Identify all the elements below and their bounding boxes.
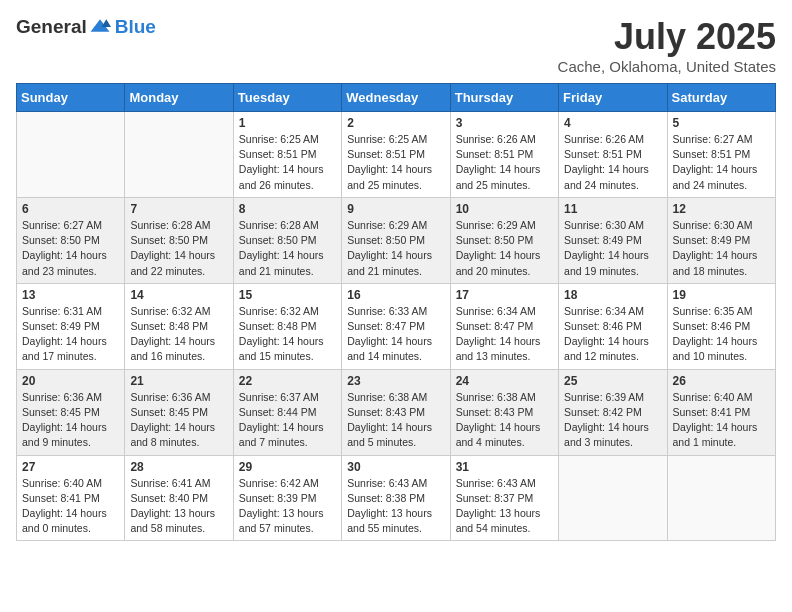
- calendar-cell: 13Sunrise: 6:31 AMSunset: 8:49 PMDayligh…: [17, 283, 125, 369]
- sunset-text: Sunset: 8:50 PM: [456, 234, 534, 246]
- title-block: July 2025 Cache, Oklahoma, United States: [558, 16, 776, 75]
- sunset-text: Sunset: 8:50 PM: [22, 234, 100, 246]
- calendar-cell: 11Sunrise: 6:30 AMSunset: 8:49 PMDayligh…: [559, 197, 667, 283]
- day-header-sunday: Sunday: [17, 84, 125, 112]
- sunset-text: Sunset: 8:47 PM: [347, 320, 425, 332]
- day-info: Sunrise: 6:41 AMSunset: 8:40 PMDaylight:…: [130, 476, 227, 537]
- day-header-saturday: Saturday: [667, 84, 775, 112]
- day-info: Sunrise: 6:34 AMSunset: 8:46 PMDaylight:…: [564, 304, 661, 365]
- calendar-cell: 24Sunrise: 6:38 AMSunset: 8:43 PMDayligh…: [450, 369, 558, 455]
- sunrise-text: Sunrise: 6:26 AM: [564, 133, 644, 145]
- day-info: Sunrise: 6:37 AMSunset: 8:44 PMDaylight:…: [239, 390, 336, 451]
- calendar-cell: 30Sunrise: 6:43 AMSunset: 8:38 PMDayligh…: [342, 455, 450, 541]
- daylight-text: Daylight: 14 hours and 23 minutes.: [22, 249, 107, 276]
- daylight-text: Daylight: 14 hours and 14 minutes.: [347, 335, 432, 362]
- day-number: 27: [22, 460, 119, 474]
- calendar-cell: 26Sunrise: 6:40 AMSunset: 8:41 PMDayligh…: [667, 369, 775, 455]
- day-number: 24: [456, 374, 553, 388]
- day-number: 10: [456, 202, 553, 216]
- sunset-text: Sunset: 8:47 PM: [456, 320, 534, 332]
- calendar-cell: 4Sunrise: 6:26 AMSunset: 8:51 PMDaylight…: [559, 112, 667, 198]
- calendar-cell: 20Sunrise: 6:36 AMSunset: 8:45 PMDayligh…: [17, 369, 125, 455]
- calendar-cell: 15Sunrise: 6:32 AMSunset: 8:48 PMDayligh…: [233, 283, 341, 369]
- calendar-cell: 28Sunrise: 6:41 AMSunset: 8:40 PMDayligh…: [125, 455, 233, 541]
- calendar-cell: 16Sunrise: 6:33 AMSunset: 8:47 PMDayligh…: [342, 283, 450, 369]
- calendar-cell: 14Sunrise: 6:32 AMSunset: 8:48 PMDayligh…: [125, 283, 233, 369]
- day-header-thursday: Thursday: [450, 84, 558, 112]
- sunrise-text: Sunrise: 6:33 AM: [347, 305, 427, 317]
- calendar-cell: 21Sunrise: 6:36 AMSunset: 8:45 PMDayligh…: [125, 369, 233, 455]
- sunset-text: Sunset: 8:50 PM: [239, 234, 317, 246]
- sunrise-text: Sunrise: 6:38 AM: [456, 391, 536, 403]
- sunrise-text: Sunrise: 6:25 AM: [239, 133, 319, 145]
- daylight-text: Daylight: 14 hours and 1 minute.: [673, 421, 758, 448]
- daylight-text: Daylight: 14 hours and 25 minutes.: [347, 163, 432, 190]
- day-info: Sunrise: 6:25 AMSunset: 8:51 PMDaylight:…: [347, 132, 444, 193]
- daylight-text: Daylight: 13 hours and 58 minutes.: [130, 507, 215, 534]
- main-title: July 2025: [558, 16, 776, 58]
- daylight-text: Daylight: 14 hours and 15 minutes.: [239, 335, 324, 362]
- sunset-text: Sunset: 8:51 PM: [456, 148, 534, 160]
- calendar-cell: 29Sunrise: 6:42 AMSunset: 8:39 PMDayligh…: [233, 455, 341, 541]
- day-info: Sunrise: 6:42 AMSunset: 8:39 PMDaylight:…: [239, 476, 336, 537]
- sunset-text: Sunset: 8:48 PM: [130, 320, 208, 332]
- day-number: 18: [564, 288, 661, 302]
- sunset-text: Sunset: 8:49 PM: [564, 234, 642, 246]
- sunrise-text: Sunrise: 6:29 AM: [456, 219, 536, 231]
- calendar-cell: [559, 455, 667, 541]
- calendar-week-row: 6Sunrise: 6:27 AMSunset: 8:50 PMDaylight…: [17, 197, 776, 283]
- day-number: 30: [347, 460, 444, 474]
- sunrise-text: Sunrise: 6:34 AM: [456, 305, 536, 317]
- sunset-text: Sunset: 8:37 PM: [456, 492, 534, 504]
- day-number: 11: [564, 202, 661, 216]
- calendar-cell: [667, 455, 775, 541]
- day-info: Sunrise: 6:27 AMSunset: 8:50 PMDaylight:…: [22, 218, 119, 279]
- day-number: 5: [673, 116, 770, 130]
- calendar-cell: 25Sunrise: 6:39 AMSunset: 8:42 PMDayligh…: [559, 369, 667, 455]
- sunrise-text: Sunrise: 6:42 AM: [239, 477, 319, 489]
- sunrise-text: Sunrise: 6:32 AM: [239, 305, 319, 317]
- day-info: Sunrise: 6:34 AMSunset: 8:47 PMDaylight:…: [456, 304, 553, 365]
- day-info: Sunrise: 6:40 AMSunset: 8:41 PMDaylight:…: [673, 390, 770, 451]
- day-number: 22: [239, 374, 336, 388]
- sunset-text: Sunset: 8:44 PM: [239, 406, 317, 418]
- logo-blue: Blue: [115, 16, 156, 38]
- daylight-text: Daylight: 14 hours and 3 minutes.: [564, 421, 649, 448]
- day-info: Sunrise: 6:33 AMSunset: 8:47 PMDaylight:…: [347, 304, 444, 365]
- daylight-text: Daylight: 14 hours and 4 minutes.: [456, 421, 541, 448]
- day-header-friday: Friday: [559, 84, 667, 112]
- daylight-text: Daylight: 14 hours and 12 minutes.: [564, 335, 649, 362]
- calendar-cell: 18Sunrise: 6:34 AMSunset: 8:46 PMDayligh…: [559, 283, 667, 369]
- calendar-table: SundayMondayTuesdayWednesdayThursdayFrid…: [16, 83, 776, 541]
- daylight-text: Daylight: 14 hours and 5 minutes.: [347, 421, 432, 448]
- day-number: 7: [130, 202, 227, 216]
- svg-marker-1: [101, 19, 110, 27]
- calendar-cell: 23Sunrise: 6:38 AMSunset: 8:43 PMDayligh…: [342, 369, 450, 455]
- sunset-text: Sunset: 8:41 PM: [673, 406, 751, 418]
- day-number: 31: [456, 460, 553, 474]
- sunset-text: Sunset: 8:46 PM: [673, 320, 751, 332]
- day-header-wednesday: Wednesday: [342, 84, 450, 112]
- sunrise-text: Sunrise: 6:39 AM: [564, 391, 644, 403]
- daylight-text: Daylight: 14 hours and 0 minutes.: [22, 507, 107, 534]
- sunrise-text: Sunrise: 6:43 AM: [347, 477, 427, 489]
- page-header: General Blue July 2025 Cache, Oklahoma, …: [16, 16, 776, 75]
- sunset-text: Sunset: 8:43 PM: [347, 406, 425, 418]
- day-number: 16: [347, 288, 444, 302]
- day-info: Sunrise: 6:35 AMSunset: 8:46 PMDaylight:…: [673, 304, 770, 365]
- day-number: 23: [347, 374, 444, 388]
- day-header-monday: Monday: [125, 84, 233, 112]
- sunset-text: Sunset: 8:45 PM: [130, 406, 208, 418]
- day-number: 26: [673, 374, 770, 388]
- sunrise-text: Sunrise: 6:28 AM: [130, 219, 210, 231]
- daylight-text: Daylight: 14 hours and 22 minutes.: [130, 249, 215, 276]
- sunrise-text: Sunrise: 6:30 AM: [673, 219, 753, 231]
- sunset-text: Sunset: 8:43 PM: [456, 406, 534, 418]
- day-number: 8: [239, 202, 336, 216]
- sunset-text: Sunset: 8:51 PM: [239, 148, 317, 160]
- sunset-text: Sunset: 8:45 PM: [22, 406, 100, 418]
- daylight-text: Daylight: 14 hours and 24 minutes.: [564, 163, 649, 190]
- daylight-text: Daylight: 14 hours and 25 minutes.: [456, 163, 541, 190]
- logo: General Blue: [16, 16, 156, 38]
- sunset-text: Sunset: 8:41 PM: [22, 492, 100, 504]
